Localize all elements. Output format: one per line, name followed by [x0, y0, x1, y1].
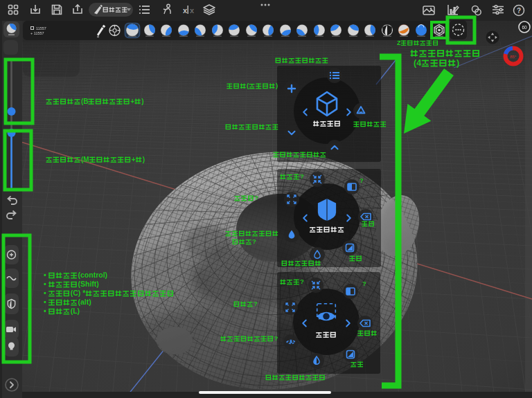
svg-text:60: 60 [522, 25, 527, 30]
svg-text:x: x [190, 6, 195, 15]
svg-text:?: ? [360, 177, 364, 184]
svg-text:x: x [183, 6, 188, 15]
svg-text:(4: (4 [414, 58, 421, 68]
svg-text:): ) [141, 98, 143, 105]
svg-text:(B: (B [81, 98, 89, 105]
svg-text:•: • [44, 271, 46, 279]
svg-text:(: ( [247, 82, 249, 89]
svg-text:?: ? [254, 194, 258, 201]
svg-text:(control): (control) [78, 271, 108, 279]
svg-text:?: ? [274, 334, 278, 342]
svg-text:): ) [456, 58, 459, 68]
svg-text:?: ? [252, 237, 256, 245]
svg-text:•: • [44, 280, 46, 288]
svg-text:?: ? [254, 300, 258, 307]
svg-text:•: • [44, 307, 46, 315]
svg-text:85°: 85° [510, 55, 517, 59]
svg-text:(C) *: (C) * [71, 289, 86, 297]
svg-text:(M: (M [81, 156, 89, 163]
svg-text:?: ? [300, 278, 304, 285]
svg-text:?: ? [300, 172, 304, 180]
svg-text:•: • [44, 289, 46, 297]
svg-text:(L): (L) [71, 307, 80, 315]
svg-text:?: ? [362, 280, 366, 287]
svg-text:•: • [44, 298, 46, 306]
svg-text:): ) [276, 82, 278, 89]
svg-text:+: + [132, 156, 136, 163]
svg-text:?: ? [517, 7, 521, 15]
svg-text:(alt): (alt) [78, 298, 91, 306]
svg-text:Z: Z [397, 39, 401, 46]
svg-text:+: + [130, 98, 134, 105]
svg-text:(Shift): (Shift) [78, 280, 99, 288]
svg-text:): ) [143, 156, 145, 163]
